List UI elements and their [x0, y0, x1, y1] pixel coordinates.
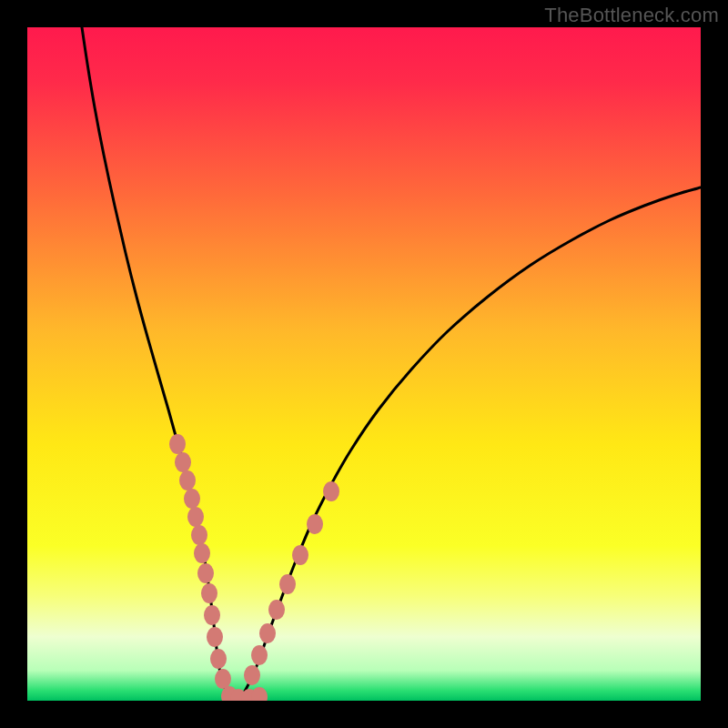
marker-dot: [279, 574, 296, 594]
marker-dot: [184, 489, 200, 509]
plot-area: [27, 27, 701, 701]
marker-dot: [251, 645, 268, 665]
marker-dot: [169, 434, 186, 454]
marker-dot: [194, 543, 210, 563]
marker-dot: [251, 687, 268, 701]
highlight-markers: [169, 434, 339, 701]
marker-dot: [197, 563, 214, 583]
marker-dot: [292, 545, 308, 565]
chart-frame: TheBottleneck.com: [0, 0, 728, 728]
marker-dot: [268, 600, 285, 620]
watermark-text: TheBottleneck.com: [544, 4, 719, 27]
marker-dot: [323, 481, 339, 501]
marker-dot: [201, 583, 217, 603]
marker-dot: [207, 627, 223, 647]
marker-dot: [307, 514, 323, 534]
marker-dot: [204, 605, 220, 625]
curve-layer: [27, 27, 701, 701]
marker-dot: [244, 665, 260, 685]
right-curve: [235, 187, 701, 701]
marker-dot: [175, 452, 191, 472]
marker-dot: [187, 507, 204, 527]
marker-dot: [191, 525, 207, 545]
marker-dot: [259, 623, 276, 643]
marker-dot: [179, 470, 196, 490]
marker-dot: [215, 669, 231, 689]
marker-dot: [210, 649, 227, 669]
